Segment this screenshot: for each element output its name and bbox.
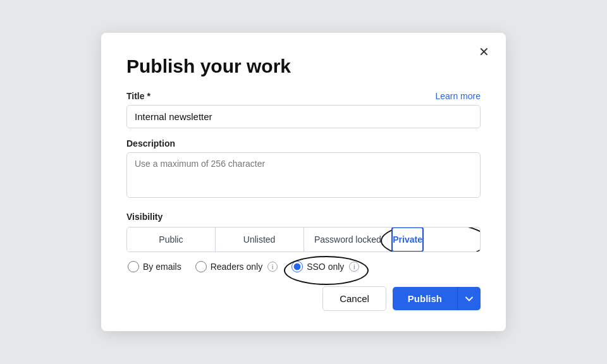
publish-modal: ✕ Publish your work Title * Learn more D…: [101, 33, 506, 331]
visibility-tabs: Public Unlisted Password locked Private: [126, 227, 481, 252]
close-icon: ✕: [479, 45, 489, 59]
modal-overlay: ✕ Publish your work Title * Learn more D…: [0, 0, 607, 364]
readers-only-info-icon[interactable]: i: [267, 262, 278, 272]
radio-sso-only[interactable]: SSO only i: [291, 261, 359, 272]
close-button[interactable]: ✕: [475, 44, 493, 59]
action-row: Cancel Publish: [126, 286, 481, 311]
title-input[interactable]: [126, 105, 481, 128]
radio-readers-only[interactable]: Readers only i: [195, 261, 278, 272]
radio-sso-only-label: SSO only: [307, 262, 344, 272]
publish-button[interactable]: Publish: [393, 287, 458, 310]
radio-by-emails[interactable]: By emails: [128, 261, 181, 272]
tab-public[interactable]: Public: [127, 228, 216, 252]
tab-private[interactable]: Private: [391, 227, 424, 252]
description-input[interactable]: [126, 152, 481, 198]
sso-only-info-icon[interactable]: i: [349, 262, 359, 272]
title-label: Title *: [126, 91, 150, 101]
description-label: Description: [126, 138, 481, 149]
radio-readers-only-label: Readers only: [211, 262, 263, 272]
visibility-label: Visibility: [126, 212, 481, 222]
radio-options-row: By emails Readers only i SSO only i: [126, 261, 481, 272]
radio-sso-only-input[interactable]: [291, 261, 303, 272]
cancel-button[interactable]: Cancel: [322, 286, 386, 311]
publish-group: Publish: [393, 287, 481, 310]
radio-by-emails-input[interactable]: [128, 261, 139, 272]
tab-private-wrapper: Private: [392, 228, 480, 252]
title-field-header: Title * Learn more: [126, 91, 481, 101]
tab-unlisted[interactable]: Unlisted: [216, 228, 304, 252]
modal-title: Publish your work: [126, 56, 481, 77]
tab-password-locked[interactable]: Password locked: [304, 228, 393, 252]
radio-by-emails-label: By emails: [143, 262, 181, 272]
radio-readers-only-input[interactable]: [195, 261, 207, 272]
chevron-down-icon: [465, 295, 473, 303]
publish-dropdown-button[interactable]: [458, 287, 481, 310]
learn-more-link[interactable]: Learn more: [435, 91, 481, 101]
